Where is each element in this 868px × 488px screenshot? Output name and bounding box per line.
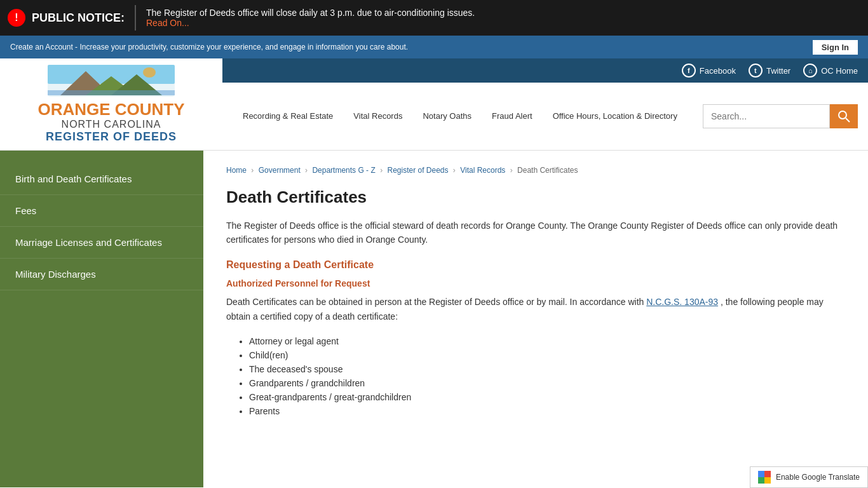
nav-and-search: Recording & Real Estate Vital Records No… — [222, 83, 868, 150]
search-button[interactable] — [830, 104, 858, 128]
svg-rect-6 — [48, 90, 175, 95]
nav-menu: Recording & Real Estate Vital Records No… — [233, 106, 688, 126]
section-heading-requesting: Requesting a Death Certificate — [226, 259, 845, 271]
nav-recording-real-estate[interactable]: Recording & Real Estate — [233, 106, 343, 126]
breadcrumb-government[interactable]: Government — [259, 166, 301, 175]
sidebar: Birth and Death Certificates Fees Marria… — [0, 151, 203, 487]
sidebar-item-fees[interactable]: Fees — [0, 195, 203, 227]
breadcrumb: Home › Government › Departments G - Z › … — [226, 166, 845, 175]
breadcrumb-rod[interactable]: Register of Deeds — [387, 166, 448, 175]
breadcrumb-sep-1: › — [251, 166, 254, 175]
page-title: Death Certificates — [226, 187, 845, 207]
ncgs-link[interactable]: N.C.G.S. 130A-93 — [646, 297, 718, 307]
logo-rod: REGISTER OF DEEDS — [37, 130, 184, 144]
translate-label: Enable Google Translate — [776, 473, 860, 482]
sidebar-item-marriage[interactable]: Marriage Licenses and Certificates — [0, 227, 203, 259]
list-item: Attorney or legal agent — [249, 336, 845, 346]
notice-divider — [135, 5, 136, 30]
breadcrumb-home[interactable]: Home — [226, 166, 247, 175]
list-item: Great-grandparents / great-grandchildren — [249, 392, 845, 402]
twitter-link[interactable]: t Twitter — [749, 64, 790, 78]
social-bar: f Facebook t Twitter ⌂ OC Home — [222, 58, 868, 83]
facebook-label: Facebook — [700, 66, 736, 76]
main-container: Birth and Death Certificates Fees Marria… — [0, 151, 868, 487]
sidebar-item-military[interactable]: Military Discharges — [0, 259, 203, 290]
sidebar-item-birth-death[interactable]: Birth and Death Certificates — [0, 163, 203, 195]
search-bar — [703, 104, 858, 128]
svg-line-8 — [846, 118, 850, 122]
svg-rect-9 — [758, 471, 764, 477]
content-area: Home › Government › Departments G - Z › … — [203, 151, 868, 487]
google-translate-icon — [758, 471, 771, 484]
nav-fraud-alert[interactable]: Fraud Alert — [482, 106, 543, 126]
breadcrumb-current: Death Certificates — [517, 166, 578, 175]
list-item: Child(ren) — [249, 350, 845, 360]
nav-vital-records[interactable]: Vital Records — [343, 106, 412, 126]
authorized-list: Attorney or legal agent Child(ren) The d… — [226, 336, 845, 416]
notice-message-block: The Register of Deeds office will close … — [146, 8, 475, 28]
facebook-icon: f — [682, 64, 696, 78]
nav-notary-oaths[interactable]: Notary Oaths — [412, 106, 482, 126]
facebook-link[interactable]: f Facebook — [682, 64, 736, 78]
breadcrumb-departments[interactable]: Departments G - Z — [312, 166, 375, 175]
header-right: f Facebook t Twitter ⌂ OC Home Recording… — [222, 58, 868, 150]
breadcrumb-sep-3: › — [380, 166, 383, 175]
notice-read-on-link[interactable]: Read On... — [146, 18, 475, 28]
content-intro: The Register of Deeds office is the offi… — [226, 219, 845, 247]
twitter-icon: t — [749, 64, 763, 78]
breadcrumb-vital-records[interactable]: Vital Records — [460, 166, 505, 175]
svg-point-5 — [143, 67, 156, 78]
notice-icon: ! — [8, 9, 25, 27]
svg-point-7 — [839, 111, 846, 119]
list-item: Grandparents / grandchildren — [249, 378, 845, 388]
translate-bar[interactable]: Enable Google Translate — [750, 466, 868, 488]
home-icon: ⌂ — [803, 64, 817, 78]
notice-text: The Register of Deeds office will close … — [146, 8, 475, 18]
twitter-label: Twitter — [766, 66, 790, 76]
svg-rect-12 — [764, 477, 771, 484]
breadcrumb-sep-5: › — [510, 166, 513, 175]
svg-rect-11 — [758, 477, 764, 484]
oc-home-link[interactable]: ⌂ OC Home — [803, 64, 858, 78]
search-icon — [837, 110, 850, 123]
oc-home-label: OC Home — [821, 66, 858, 76]
header: ORANGE COUNTY NORTH CAROLINA REGISTER OF… — [0, 58, 868, 151]
sub-heading-authorized: Authorized Personnel for Request — [226, 278, 845, 288]
list-item: The deceased's spouse — [249, 364, 845, 374]
logo-north-carolina: NORTH CAROLINA — [37, 119, 184, 130]
logo-section: ORANGE COUNTY NORTH CAROLINA REGISTER OF… — [0, 58, 222, 150]
breadcrumb-sep-2: › — [305, 166, 308, 175]
account-bar: Create an Account - Increase your produc… — [0, 36, 868, 58]
authorized-intro-text: Death Certificates can be obtained in pe… — [226, 295, 845, 323]
logo-mountain-icon — [48, 65, 175, 97]
logo-orange-county: ORANGE COUNTY — [37, 100, 184, 119]
nav-office-hours[interactable]: Office Hours, Location & Directory — [543, 106, 688, 126]
logo-block: ORANGE COUNTY NORTH CAROLINA REGISTER OF… — [37, 65, 184, 144]
sign-in-button[interactable]: Sign In — [813, 40, 858, 55]
search-input[interactable] — [703, 104, 830, 128]
breadcrumb-sep-4: › — [453, 166, 456, 175]
authorized-intro-span: Death Certificates can be obtained in pe… — [226, 297, 644, 307]
list-item: Parents — [249, 406, 845, 416]
svg-rect-10 — [764, 471, 771, 477]
account-bar-text: Create an Account - Increase your produc… — [10, 43, 408, 51]
notice-label: PUBLIC NOTICE: — [32, 11, 125, 25]
notice-bar: ! PUBLIC NOTICE: The Register of Deeds o… — [0, 0, 868, 36]
